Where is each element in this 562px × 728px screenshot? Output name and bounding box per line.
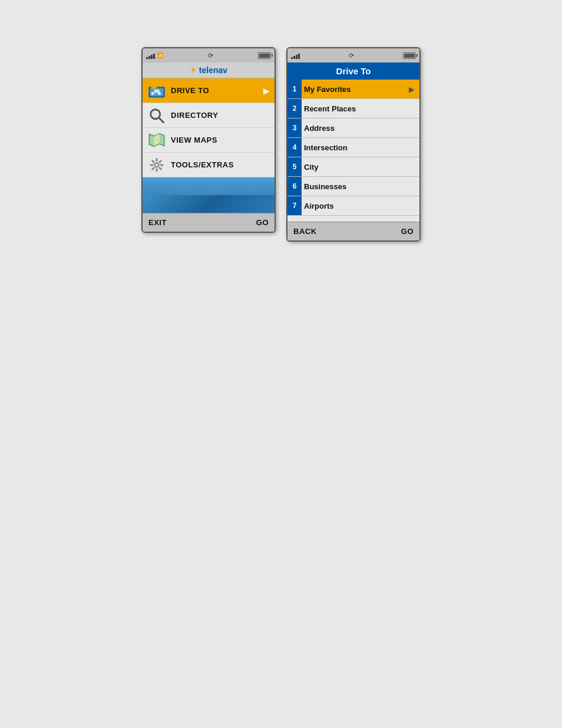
battery-icon-1 (258, 52, 271, 59)
num-badge-4: 4 (287, 138, 302, 157)
signal-area-1: 📶 (146, 52, 163, 59)
svg-line-19 (160, 167, 161, 169)
intersection-label: Intersection (304, 143, 348, 152)
refresh-icon-2: ⟳ (349, 52, 354, 60)
num-badge-2: 2 (287, 99, 302, 118)
menu-item-tools[interactable]: TOOLS/EXTRAS (143, 153, 275, 177)
drive-to-screen-header: Drive To (287, 62, 419, 80)
num-badge-1: 1 (287, 80, 302, 98)
signal-bar-1 (146, 57, 148, 59)
bottom-bar-1: EXIT GO (143, 213, 275, 232)
address-label: Address (304, 124, 335, 133)
signal-bar-2 (148, 56, 150, 59)
back-button[interactable]: BACK (293, 227, 317, 236)
bottom-bar-2: BACK GO (287, 222, 419, 241)
drive-menu-item-6[interactable]: 6 Businesses (287, 177, 419, 196)
status-bar-1: 📶 ⟳ (143, 48, 275, 62)
favorites-arrow: ▶ (409, 85, 415, 94)
drive-menu-item-7[interactable]: 7 Airports (287, 196, 419, 216)
battery-fill-1 (259, 54, 270, 58)
view-maps-label: VIEW MAPS (171, 136, 217, 144)
signal-bar-2-2 (293, 56, 295, 59)
num-badge-6: 6 (287, 177, 302, 196)
go-button-1[interactable]: GO (256, 218, 269, 227)
drive-to-title: Drive To (336, 66, 371, 76)
exit-button[interactable]: EXIT (148, 218, 167, 227)
phone-screen-2: ⟳ Drive To 1 My Favorites ▶ 2 Recent Pla… (286, 47, 421, 242)
airports-label: Airports (304, 202, 334, 210)
directory-label: DIRECTORY (171, 111, 218, 120)
signal-bar-4 (153, 54, 155, 59)
svg-marker-11 (160, 133, 164, 146)
svg-line-20 (160, 160, 161, 162)
menu-item-drive-to[interactable]: DRIVE TO ▶ (143, 78, 275, 103)
svg-point-3 (151, 92, 154, 95)
city-label: City (304, 163, 319, 172)
signal-bar-2-1 (291, 57, 293, 59)
battery-fill-2 (404, 54, 415, 58)
svg-marker-9 (149, 134, 154, 146)
signal-bar-2-4 (298, 54, 300, 59)
svg-rect-5 (154, 89, 159, 93)
brand-star-icon: ✦ (190, 65, 197, 75)
directory-icon (147, 106, 166, 125)
menu-item-view-maps[interactable]: VIEW MAPS (143, 128, 275, 153)
signal-area-2 (291, 52, 300, 59)
signal-text-1: 📶 (157, 52, 163, 58)
signal-bars-2 (291, 52, 300, 59)
go-button-2[interactable]: GO (401, 227, 414, 236)
signal-bar-2-3 (296, 55, 297, 59)
tools-icon (147, 156, 166, 174)
refresh-icon-1: ⟳ (208, 52, 213, 60)
drive-to-arrow: ▶ (263, 86, 270, 95)
drive-menu-item-2[interactable]: 2 Recent Places (287, 99, 419, 118)
svg-line-7 (158, 117, 163, 122)
signal-bar-3 (151, 55, 153, 59)
drive-menu-item-5[interactable]: 5 City (287, 157, 419, 177)
num-badge-7: 7 (287, 196, 302, 215)
businesses-label: Businesses (304, 182, 346, 191)
drive-menu-item-4[interactable]: 4 Intersection (287, 138, 419, 157)
screens-container: 📶 ⟳ ✦ telenav D (141, 47, 421, 242)
menu-item-directory[interactable]: DIRECTORY (143, 103, 275, 128)
num-badge-5: 5 (287, 157, 302, 176)
svg-line-18 (153, 160, 154, 162)
drive-menu-item-3[interactable]: 3 Address (287, 118, 419, 138)
spacer-2 (287, 216, 419, 222)
svg-point-13 (156, 163, 158, 166)
drive-menu-item-1[interactable]: 1 My Favorites ▶ (287, 80, 419, 99)
view-maps-icon (147, 131, 166, 150)
svg-line-21 (153, 167, 154, 169)
phone-screen-1: 📶 ⟳ ✦ telenav D (141, 47, 276, 233)
app-header-1: ✦ telenav (143, 62, 275, 78)
battery-icon-2 (403, 52, 416, 59)
status-bar-2: ⟳ (287, 48, 419, 62)
num-badge-3: 3 (287, 118, 302, 137)
recent-places-label: Recent Places (304, 104, 356, 113)
drive-to-icon (147, 81, 166, 100)
signal-bars-1 (146, 52, 155, 59)
my-favorites-label: My Favorites (304, 85, 351, 94)
tools-label: TOOLS/EXTRAS (171, 160, 234, 169)
brand-name: telenav (199, 65, 227, 75)
drive-to-label: DRIVE TO (171, 86, 209, 95)
map-area (143, 177, 275, 213)
svg-rect-2 (151, 83, 157, 88)
